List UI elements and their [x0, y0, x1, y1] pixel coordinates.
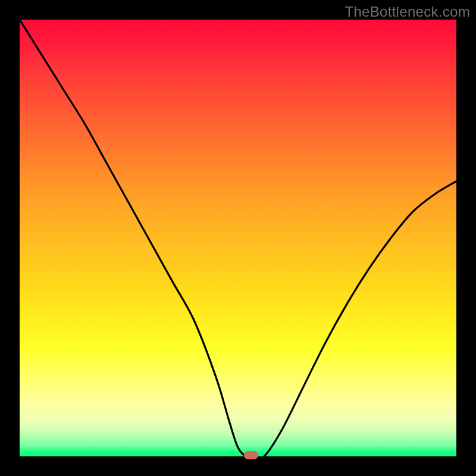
plot-area [20, 20, 456, 456]
watermark-text: TheBottleneck.com [345, 4, 470, 20]
chart-frame: TheBottleneck.com [0, 0, 476, 476]
bottleneck-curve [20, 20, 456, 456]
optimal-marker [244, 451, 258, 459]
